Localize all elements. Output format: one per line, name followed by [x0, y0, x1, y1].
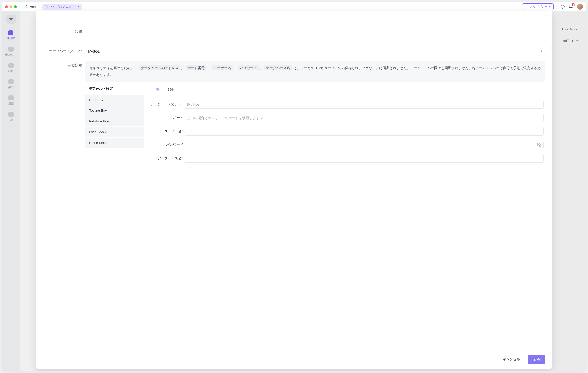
project-tab-label: マイプロジェクト — [49, 5, 75, 9]
address-input[interactable] — [184, 100, 544, 109]
window-controls — [5, 5, 17, 8]
env-item-localmock[interactable]: Local Mock — [85, 127, 144, 137]
env-list: デフォルト設定 Prod Env Testing Env Petstore En… — [85, 83, 144, 164]
password-label: パスワード — [150, 143, 183, 147]
close-window-icon[interactable] — [5, 5, 8, 8]
tab-ssh[interactable]: SSH — [166, 86, 175, 95]
env-item-prod[interactable]: Prod Env — [85, 94, 144, 105]
avatar[interactable] — [577, 4, 583, 10]
upgrade-button[interactable]: アップグレード — [522, 3, 554, 10]
home-tab-label: Home — [30, 5, 38, 9]
db-type-select[interactable]: MySQL ▾ — [85, 47, 545, 56]
username-label: ユーザー名* — [150, 129, 183, 133]
conn-settings-label: 接続設定 — [48, 61, 82, 67]
port-input[interactable] — [184, 114, 544, 122]
close-tab-icon[interactable]: ✕ — [77, 5, 80, 8]
db-type-label: データベースタイプ* — [48, 47, 82, 53]
env-item-testing[interactable]: Testing Env — [85, 105, 144, 116]
dbname-label: データベース名* — [150, 156, 183, 161]
tab-general[interactable]: 一般 — [151, 86, 160, 95]
sparkle-icon — [525, 5, 528, 8]
address-label: データベースのアドレ — [150, 102, 183, 106]
titlebar: Home マイプロジェクト ✕ アップグレード 4 — [2, 2, 586, 11]
username-input[interactable] — [184, 127, 544, 136]
home-icon — [25, 5, 28, 9]
notification-badge: 4 — [571, 3, 575, 6]
env-item-petstore[interactable]: Petstore Env — [85, 116, 144, 127]
env-header[interactable]: デフォルト設定 — [85, 83, 144, 94]
dbname-input[interactable] — [184, 154, 544, 163]
cancel-button[interactable]: キャンセル — [498, 355, 525, 364]
upgrade-label: アップグレード — [530, 5, 551, 9]
modal-footer: キャンセル 保存 — [36, 351, 552, 369]
save-button[interactable]: 保存 — [527, 355, 545, 364]
project-tab[interactable]: マイプロジェクト ✕ — [42, 4, 82, 10]
minimize-window-icon[interactable] — [10, 5, 12, 8]
password-input[interactable] — [184, 141, 544, 149]
svg-rect-0 — [45, 6, 47, 8]
eye-off-icon[interactable] — [537, 143, 541, 147]
db-type-value: MySQL — [88, 49, 100, 53]
settings-icon[interactable] — [560, 5, 565, 9]
notifications-icon[interactable]: 4 — [569, 5, 573, 9]
conn-tabs: 一般 SSH — [150, 84, 544, 95]
home-tab[interactable]: Home — [22, 4, 41, 9]
env-item-cloudmock[interactable]: Cloud Mock — [85, 137, 144, 148]
port-label: ポート — [150, 116, 183, 120]
svg-point-1 — [562, 6, 563, 7]
description-label: 説明 — [48, 28, 82, 34]
chevron-down-icon: ▾ — [541, 49, 542, 53]
db-connection-modal: 説明 データベースタイプ* MySQL ▾ 接続設定 — [36, 11, 552, 369]
project-icon — [45, 5, 48, 8]
security-info: セキュリティを高めるために、 データベースのアドレス、 ポート番号、 ユーザー名… — [85, 61, 545, 82]
name-textarea[interactable] — [85, 15, 545, 22]
maximize-window-icon[interactable] — [14, 5, 17, 8]
description-textarea[interactable] — [85, 28, 545, 41]
